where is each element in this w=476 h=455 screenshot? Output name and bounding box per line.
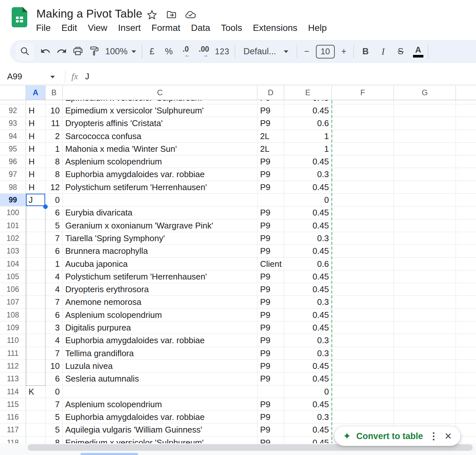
cell-D103[interactable]: P9: [257, 245, 284, 257]
cell-G93[interactable]: [394, 117, 456, 130]
cell-H103[interactable]: [456, 245, 476, 257]
cell-E113[interactable]: 0.45: [284, 372, 332, 385]
cell-G109[interactable]: [394, 321, 456, 334]
paint-format-button[interactable]: [88, 45, 101, 59]
cell-B101[interactable]: 5: [45, 219, 63, 232]
menu-tools[interactable]: Tools: [221, 21, 242, 34]
menu-data[interactable]: Data: [191, 21, 210, 34]
cell-Bpartial[interactable]: [45, 100, 63, 104]
row-header-95[interactable]: 95: [0, 143, 26, 155]
move-to-folder-icon[interactable]: [166, 9, 177, 20]
cell-H113[interactable]: [456, 372, 476, 385]
column-header-C[interactable]: C: [63, 85, 257, 100]
cell-A104[interactable]: [26, 258, 45, 270]
menu-insert[interactable]: Insert: [118, 21, 141, 34]
cell-E109[interactable]: 0.45: [284, 321, 332, 334]
cell-C101[interactable]: Geranium x oxonianum 'Wargrave Pink': [63, 219, 257, 232]
cell-A113[interactable]: [26, 372, 45, 385]
italic-button[interactable]: I: [377, 45, 390, 59]
format-percent-button[interactable]: %: [162, 45, 175, 59]
menu-help[interactable]: Help: [308, 21, 327, 34]
cell-D117[interactable]: P9: [257, 423, 284, 436]
cell-C110[interactable]: Euphorbia amygdaloides var. robbiae: [63, 334, 257, 347]
cell-B110[interactable]: 4: [45, 334, 63, 347]
row-header-100[interactable]: 100: [0, 206, 26, 219]
cell-Epartial[interactable]: 0.45: [284, 100, 332, 104]
cell-H115[interactable]: [456, 398, 476, 411]
row-header-99[interactable]: 99: [0, 194, 26, 206]
cell-B99[interactable]: 0: [45, 194, 63, 206]
cell-H109[interactable]: [456, 321, 476, 334]
cell-G98[interactable]: [394, 181, 456, 194]
cell-C99[interactable]: [63, 194, 257, 206]
cell-A118[interactable]: [26, 436, 45, 444]
cell-G103[interactable]: [394, 245, 456, 257]
cell-F105[interactable]: [332, 270, 394, 283]
cell-A115[interactable]: [26, 398, 45, 411]
cell-E107[interactable]: 0.3: [284, 296, 332, 308]
menu-edit[interactable]: Edit: [61, 21, 77, 34]
cell-E101[interactable]: 0.45: [284, 219, 332, 232]
row-header-108[interactable]: 108: [0, 309, 26, 321]
cell-H114[interactable]: [456, 385, 476, 398]
cell-E114[interactable]: 0: [284, 385, 332, 398]
cell-G95[interactable]: [394, 143, 456, 155]
cell-D92[interactable]: P9: [257, 104, 284, 117]
menu-extensions[interactable]: Extensions: [253, 21, 297, 34]
cell-A100[interactable]: [26, 206, 45, 219]
column-header-E[interactable]: E: [284, 85, 332, 100]
cell-E112[interactable]: 0.45: [284, 360, 332, 372]
cell-A101[interactable]: [26, 219, 45, 232]
cell-G96[interactable]: [394, 155, 456, 168]
cell-H102[interactable]: [456, 232, 476, 245]
redo-button[interactable]: [55, 45, 68, 59]
cell-C102[interactable]: Tiarella 'Spring Symphony': [63, 232, 257, 245]
zoom-dropdown[interactable]: 100%: [105, 46, 136, 57]
cell-A93[interactable]: H: [26, 117, 45, 130]
cell-F101[interactable]: [332, 219, 394, 232]
cell-B107[interactable]: 7: [45, 296, 63, 308]
cell-G100[interactable]: [394, 206, 456, 219]
cell-D101[interactable]: P9: [257, 219, 284, 232]
cell-E98[interactable]: 0.45: [284, 181, 332, 194]
cell-E110[interactable]: 0.3: [284, 334, 332, 347]
convert-to-table-button[interactable]: Convert to table: [356, 431, 423, 441]
cell-D100[interactable]: P9: [257, 206, 284, 219]
cell-C96[interactable]: Asplenium scolopendrium: [63, 155, 257, 168]
cell-B112[interactable]: 10: [45, 360, 63, 372]
cell-E108[interactable]: 0.45: [284, 309, 332, 321]
cell-D97[interactable]: P9: [257, 168, 284, 181]
row-header-101[interactable]: 101: [0, 219, 26, 232]
cell-D118[interactable]: P9: [257, 436, 284, 444]
cell-C117[interactable]: Aquilegia vulgaris 'William Guinness': [63, 423, 257, 436]
cell-H92[interactable]: [456, 104, 476, 117]
cell-F113[interactable]: [332, 372, 394, 385]
cell-F94[interactable]: [332, 130, 394, 143]
cell-F99[interactable]: [332, 194, 394, 206]
cell-B117[interactable]: 5: [45, 423, 63, 436]
cell-B96[interactable]: 8: [45, 155, 63, 168]
cell-D106[interactable]: P9: [257, 283, 284, 296]
row-header-116[interactable]: 116: [0, 411, 26, 423]
cell-D108[interactable]: P9: [257, 309, 284, 321]
cell-F115[interactable]: [332, 398, 394, 411]
row-header-113[interactable]: 113: [0, 372, 26, 385]
row-header-107[interactable]: 107: [0, 296, 26, 308]
text-color-button[interactable]: A: [412, 45, 425, 59]
cell-F92[interactable]: [332, 104, 394, 117]
cell-A96[interactable]: H: [26, 155, 45, 168]
cell-C111[interactable]: Tellima grandiflora: [63, 347, 257, 360]
column-header-G[interactable]: G: [394, 85, 456, 100]
cell-D102[interactable]: P9: [257, 232, 284, 245]
google-sheets-logo-icon[interactable]: [12, 7, 27, 27]
cell-B98[interactable]: 12: [45, 181, 63, 194]
cell-B92[interactable]: 10: [45, 104, 63, 117]
cell-B108[interactable]: 6: [45, 309, 63, 321]
print-button[interactable]: [71, 45, 84, 59]
strikethrough-button[interactable]: S: [394, 45, 407, 59]
cell-D95[interactable]: 2L: [257, 143, 284, 155]
cell-A103[interactable]: [26, 245, 45, 257]
cell-C107[interactable]: Anemone nemorosa: [63, 296, 257, 308]
row-header-partial[interactable]: [0, 100, 26, 104]
cell-G101[interactable]: [394, 219, 456, 232]
